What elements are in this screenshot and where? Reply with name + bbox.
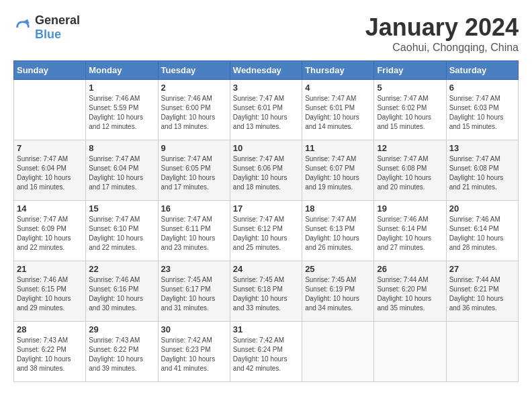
day-info: Sunrise: 7:47 AMSunset: 6:12 PMDaylight:…: [233, 215, 299, 253]
day-info: Sunrise: 7:47 AMSunset: 6:04 PMDaylight:…: [17, 154, 83, 192]
day-number: 7: [17, 143, 83, 153]
day-info: Sunrise: 7:43 AMSunset: 6:22 PMDaylight:…: [89, 336, 154, 373]
day-number: 4: [305, 83, 371, 93]
calendar-cell: 7Sunrise: 7:47 AMSunset: 6:04 PMDaylight…: [14, 140, 86, 201]
day-number: 21: [17, 264, 83, 274]
calendar-cell: 5Sunrise: 7:47 AMSunset: 6:02 PMDaylight…: [374, 80, 446, 140]
calendar-cell: 10Sunrise: 7:47 AMSunset: 6:06 PMDayligh…: [230, 140, 302, 201]
calendar-cell: 17Sunrise: 7:47 AMSunset: 6:12 PMDayligh…: [230, 201, 302, 261]
calendar-cell: 13Sunrise: 7:47 AMSunset: 6:08 PMDayligh…: [446, 140, 518, 201]
day-info: Sunrise: 7:47 AMSunset: 6:01 PMDaylight:…: [305, 94, 371, 132]
calendar-cell: [302, 322, 374, 382]
calendar-week-row: 14Sunrise: 7:47 AMSunset: 6:09 PMDayligh…: [14, 201, 519, 261]
day-info: Sunrise: 7:46 AMSunset: 6:14 PMDaylight:…: [449, 215, 515, 253]
weekday-header-monday: Monday: [86, 61, 158, 80]
day-number: 17: [233, 203, 299, 214]
calendar-cell: 25Sunrise: 7:45 AMSunset: 6:19 PMDayligh…: [302, 261, 374, 322]
weekday-header-tuesday: Tuesday: [158, 61, 230, 80]
day-info: Sunrise: 7:46 AMSunset: 6:16 PMDaylight:…: [89, 275, 154, 313]
day-info: Sunrise: 7:47 AMSunset: 6:02 PMDaylight:…: [377, 94, 443, 132]
day-info: Sunrise: 7:46 AMSunset: 6:15 PMDaylight:…: [17, 275, 83, 313]
weekday-header-saturday: Saturday: [446, 61, 518, 80]
calendar-cell: 9Sunrise: 7:47 AMSunset: 6:05 PMDaylight…: [158, 140, 230, 201]
calendar-cell: 2Sunrise: 7:46 AMSunset: 6:00 PMDaylight…: [158, 80, 230, 140]
calendar-cell: 22Sunrise: 7:46 AMSunset: 6:16 PMDayligh…: [86, 261, 158, 322]
location-subtitle: Caohui, Chongqing, China: [365, 42, 519, 54]
calendar-cell: 8Sunrise: 7:47 AMSunset: 6:04 PMDaylight…: [86, 140, 158, 201]
day-number: 15: [89, 203, 154, 214]
day-number: 1: [89, 83, 154, 93]
day-number: 2: [161, 83, 227, 93]
day-info: Sunrise: 7:47 AMSunset: 6:01 PMDaylight:…: [233, 94, 299, 132]
day-info: Sunrise: 7:47 AMSunset: 6:09 PMDaylight:…: [17, 215, 83, 253]
day-number: 14: [17, 203, 83, 214]
weekday-header-thursday: Thursday: [302, 61, 374, 80]
calendar-cell: 19Sunrise: 7:46 AMSunset: 6:14 PMDayligh…: [374, 201, 446, 261]
day-number: 6: [449, 83, 515, 93]
calendar-week-row: 21Sunrise: 7:46 AMSunset: 6:15 PMDayligh…: [14, 261, 519, 322]
calendar-cell: 31Sunrise: 7:42 AMSunset: 6:24 PMDayligh…: [230, 322, 302, 382]
day-number: 5: [377, 83, 443, 93]
day-number: 22: [89, 264, 154, 274]
logo: General Blue: [13, 13, 80, 42]
weekday-header-row: SundayMondayTuesdayWednesdayThursdayFrid…: [14, 61, 519, 80]
calendar-cell: 14Sunrise: 7:47 AMSunset: 6:09 PMDayligh…: [14, 201, 86, 261]
day-number: 18: [305, 203, 371, 214]
day-info: Sunrise: 7:45 AMSunset: 6:18 PMDaylight:…: [233, 275, 299, 313]
calendar-cell: 3Sunrise: 7:47 AMSunset: 6:01 PMDaylight…: [230, 80, 302, 140]
day-number: 13: [449, 143, 515, 153]
day-number: 20: [449, 203, 515, 214]
day-info: Sunrise: 7:42 AMSunset: 6:24 PMDaylight:…: [233, 336, 299, 373]
calendar-cell: 26Sunrise: 7:44 AMSunset: 6:20 PMDayligh…: [374, 261, 446, 322]
day-info: Sunrise: 7:44 AMSunset: 6:21 PMDaylight:…: [449, 275, 515, 313]
day-info: Sunrise: 7:43 AMSunset: 6:22 PMDaylight:…: [17, 336, 83, 373]
day-info: Sunrise: 7:47 AMSunset: 6:11 PMDaylight:…: [161, 215, 227, 253]
day-number: 25: [305, 264, 371, 274]
day-info: Sunrise: 7:47 AMSunset: 6:08 PMDaylight:…: [449, 154, 515, 192]
day-number: 26: [377, 264, 443, 274]
day-info: Sunrise: 7:47 AMSunset: 6:04 PMDaylight:…: [89, 154, 154, 192]
logo-general-text: General: [35, 13, 80, 27]
day-info: Sunrise: 7:47 AMSunset: 6:06 PMDaylight:…: [233, 154, 299, 192]
day-info: Sunrise: 7:45 AMSunset: 6:17 PMDaylight:…: [161, 275, 227, 313]
month-year-title: January 2024: [365, 13, 519, 42]
day-info: Sunrise: 7:47 AMSunset: 6:05 PMDaylight:…: [161, 154, 227, 192]
calendar-week-row: 1Sunrise: 7:46 AMSunset: 5:59 PMDaylight…: [14, 80, 519, 140]
day-info: Sunrise: 7:45 AMSunset: 6:19 PMDaylight:…: [305, 275, 371, 313]
day-number: 30: [161, 324, 227, 334]
day-number: 27: [449, 264, 515, 274]
day-info: Sunrise: 7:46 AMSunset: 6:14 PMDaylight:…: [377, 215, 443, 253]
day-number: 16: [161, 203, 227, 214]
day-info: Sunrise: 7:46 AMSunset: 6:00 PMDaylight:…: [161, 94, 227, 132]
calendar-table: SundayMondayTuesdayWednesdayThursdayFrid…: [13, 60, 519, 382]
day-info: Sunrise: 7:46 AMSunset: 5:59 PMDaylight:…: [89, 94, 154, 132]
day-info: Sunrise: 7:47 AMSunset: 6:13 PMDaylight:…: [305, 215, 371, 253]
day-info: Sunrise: 7:47 AMSunset: 6:08 PMDaylight:…: [377, 154, 443, 192]
day-number: 11: [305, 143, 371, 153]
calendar-cell: 28Sunrise: 7:43 AMSunset: 6:22 PMDayligh…: [14, 322, 86, 382]
calendar-cell: 1Sunrise: 7:46 AMSunset: 5:59 PMDaylight…: [86, 80, 158, 140]
calendar-cell: 21Sunrise: 7:46 AMSunset: 6:15 PMDayligh…: [14, 261, 86, 322]
calendar-cell: 24Sunrise: 7:45 AMSunset: 6:18 PMDayligh…: [230, 261, 302, 322]
calendar-cell: 4Sunrise: 7:47 AMSunset: 6:01 PMDaylight…: [302, 80, 374, 140]
day-number: 10: [233, 143, 299, 153]
logo-icon: [13, 18, 32, 37]
weekday-header-friday: Friday: [374, 61, 446, 80]
calendar-cell: 30Sunrise: 7:42 AMSunset: 6:23 PMDayligh…: [158, 322, 230, 382]
calendar-cell: [446, 322, 518, 382]
calendar-week-row: 28Sunrise: 7:43 AMSunset: 6:22 PMDayligh…: [14, 322, 519, 382]
day-info: Sunrise: 7:47 AMSunset: 6:03 PMDaylight:…: [449, 94, 515, 132]
day-number: 12: [377, 143, 443, 153]
day-number: 24: [233, 264, 299, 274]
calendar-cell: 23Sunrise: 7:45 AMSunset: 6:17 PMDayligh…: [158, 261, 230, 322]
logo-blue-text: Blue: [35, 28, 61, 41]
day-info: Sunrise: 7:47 AMSunset: 6:10 PMDaylight:…: [89, 215, 154, 253]
calendar-cell: 29Sunrise: 7:43 AMSunset: 6:22 PMDayligh…: [86, 322, 158, 382]
calendar-cell: 18Sunrise: 7:47 AMSunset: 6:13 PMDayligh…: [302, 201, 374, 261]
day-number: 3: [233, 83, 299, 93]
day-number: 28: [17, 324, 83, 334]
day-info: Sunrise: 7:47 AMSunset: 6:07 PMDaylight:…: [305, 154, 371, 192]
calendar-cell: [374, 322, 446, 382]
calendar-cell: [14, 80, 86, 140]
day-info: Sunrise: 7:42 AMSunset: 6:23 PMDaylight:…: [161, 336, 227, 373]
